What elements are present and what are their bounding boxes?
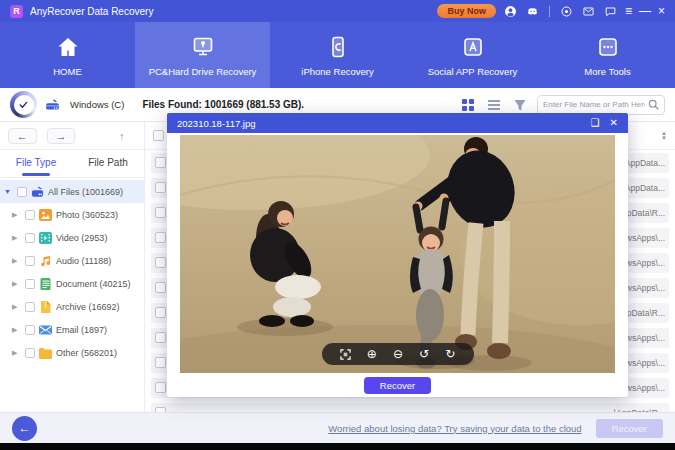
tab-file-type[interactable]: File Type [0,150,72,177]
tab-pc-hard-drive-recovery[interactable]: PC&Hard Drive Recovery [135,22,270,88]
fit-screen-icon[interactable] [340,349,351,360]
cloud-backup-link[interactable]: Worried about losing data? Try saving yo… [328,423,581,434]
select-all-checkbox[interactable] [153,130,164,141]
sort-icon[interactable]: ▲▼ [661,131,667,141]
row-checkbox[interactable] [155,282,166,293]
tree-item-archive[interactable]: ▶ Archive (16692) [0,295,144,318]
search-box [537,95,665,115]
tab-more-tools-label: More Tools [584,66,630,77]
app-title: AnyRecover Data Recovery [30,6,153,17]
rotate-right-icon[interactable]: ↻ [445,348,455,360]
archive-icon [39,301,52,313]
row-checkbox[interactable] [155,332,166,343]
grid-view-icon[interactable] [459,96,477,114]
table-row[interactable]: \AppData\R... [145,400,675,412]
caret-down-icon[interactable]: ▼ [4,188,13,195]
row-checkbox[interactable] [155,182,166,193]
row-checkbox[interactable] [155,232,166,243]
archive-checkbox[interactable] [25,302,35,312]
tree-label: Other (568201) [56,348,117,358]
footer-bar: ← Worried about losing data? Try saving … [0,412,675,443]
close-icon[interactable]: × [658,5,665,17]
sidebar-tabs: File Type File Path [0,150,144,178]
tree-label: All Files (1001669) [48,187,123,197]
scan-complete-badge [10,91,37,118]
home-icon [55,34,81,60]
filter-icon[interactable] [511,96,529,114]
back-button[interactable]: ← [12,416,37,441]
row-checkbox[interactable] [155,157,166,168]
tab-home[interactable]: HOME [0,22,135,88]
caret-right-icon[interactable]: ▶ [12,326,21,334]
other-checkbox[interactable] [25,348,35,358]
social-app-icon [460,34,486,60]
caret-right-icon[interactable]: ▶ [12,234,21,242]
tab-iphone-recovery[interactable]: iPhone Recovery [270,22,405,88]
buy-now-button[interactable]: Buy Now [437,4,496,18]
forward-arrow-button[interactable]: → [47,128,76,144]
tab-file-path[interactable]: File Path [72,150,144,177]
footer-recover-button[interactable]: Recover [596,419,663,438]
tab-more-tools[interactable]: More Tools [540,22,675,88]
tree-item-email[interactable]: ▶ Email (1897) [0,318,144,341]
tree-item-document[interactable]: ▶ Document (40215) [0,272,144,295]
audio-checkbox[interactable] [25,256,35,266]
preview-modal-header[interactable]: 202310.18-117.jpg ❑ ✕ [167,113,628,133]
close-icon[interactable]: ✕ [610,118,618,128]
tab-iphone-label: iPhone Recovery [301,66,373,77]
minimize-icon[interactable]: — [639,5,651,17]
tree-label: Document (40215) [56,279,131,289]
preview-modal: 202310.18-117.jpg ❑ ✕ [167,113,628,397]
zoom-in-icon[interactable]: ⊕ [367,348,377,360]
tree-item-audio[interactable]: ▶ Audio (11188) [0,249,144,272]
tree-item-all-files[interactable]: ▼ All Files (1001669) [0,180,144,203]
tab-home-label: HOME [53,66,82,77]
files-found-status: Files Found: 1001669 (881.53 GB). [142,99,304,110]
caret-right-icon[interactable]: ▶ [12,280,21,288]
tree-item-video[interactable]: ▶ Video (2953) [0,226,144,249]
feedback-chat-icon[interactable] [603,4,618,18]
discord-icon[interactable] [525,4,540,18]
document-checkbox[interactable] [25,279,35,289]
preview-filename: 202310.18-117.jpg [177,118,256,129]
bottom-strip [0,443,675,450]
caret-right-icon[interactable]: ▶ [12,303,21,311]
sidebar: ← → ↑ File Type File Path ▼ All Files (1… [0,122,145,412]
iphone-icon [325,34,351,60]
caret-right-icon[interactable]: ▶ [12,349,21,357]
search-input[interactable] [543,100,645,109]
email-checkbox[interactable] [25,325,35,335]
other-folder-icon [39,347,52,359]
document-icon [39,278,52,290]
up-arrow-button[interactable]: ↑ [107,128,136,144]
row-checkbox[interactable] [155,382,166,393]
mail-icon[interactable] [581,4,596,18]
row-checkbox[interactable] [155,257,166,268]
video-checkbox[interactable] [25,233,35,243]
back-arrow-button[interactable]: ← [8,128,37,144]
support-icon[interactable] [559,4,574,18]
search-icon[interactable] [648,99,659,110]
caret-right-icon[interactable]: ▶ [12,211,21,219]
all-files-checkbox[interactable] [17,187,27,197]
tab-social-app-recovery[interactable]: Social APP Recovery [405,22,540,88]
photo-icon [39,209,52,221]
photo-checkbox[interactable] [25,210,35,220]
account-avatar-icon[interactable] [503,4,518,18]
rotate-left-icon[interactable]: ↺ [419,348,429,360]
preview-footer: Recover [180,373,615,397]
caret-right-icon[interactable]: ▶ [12,257,21,265]
recover-button[interactable]: Recover [364,377,431,394]
list-view-icon[interactable] [485,96,503,114]
tree-item-photo[interactable]: ▶ Photo (360523) [0,203,144,226]
row-checkbox[interactable] [155,357,166,368]
tree-item-other[interactable]: ▶ Other (568201) [0,341,144,364]
row-checkbox[interactable] [155,207,166,218]
menu-icon[interactable]: ≡ [625,5,632,17]
row-checkbox[interactable] [155,307,166,318]
drive-icon [45,98,60,112]
audio-icon [39,255,52,267]
zoom-out-icon[interactable]: ⊖ [393,348,403,360]
maximize-icon[interactable]: ❑ [591,118,600,128]
titlebar-separator [549,6,550,17]
